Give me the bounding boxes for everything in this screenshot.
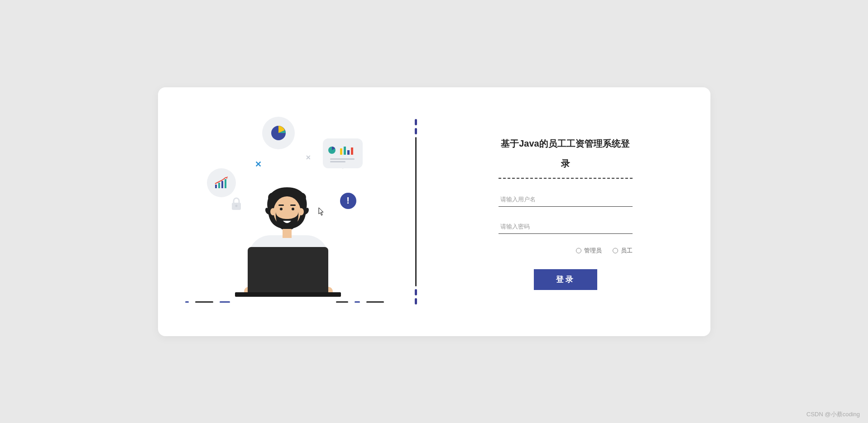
radio-icon xyxy=(613,248,618,253)
login-card: ! ✕ ✕ xyxy=(158,87,710,336)
svg-rect-8 xyxy=(347,150,350,155)
laptop-icon xyxy=(248,247,328,294)
svg-rect-1 xyxy=(215,185,217,188)
developer-illustration: ! ✕ ✕ xyxy=(181,117,389,307)
role-radio-employee[interactable]: 员工 xyxy=(613,247,633,255)
svg-rect-11 xyxy=(330,161,345,162)
svg-rect-9 xyxy=(351,147,353,155)
svg-point-19 xyxy=(280,208,283,210)
role-radio-admin-label: 管理员 xyxy=(584,247,602,255)
form-title: 基于Java的员工工资管理系统登录 xyxy=(499,133,633,179)
svg-rect-2 xyxy=(218,183,220,188)
report-bubble-icon xyxy=(323,138,363,168)
illustration-panel: ! ✕ ✕ xyxy=(158,87,412,336)
role-radio-admin[interactable]: 管理员 xyxy=(576,247,602,255)
x-icon: ✕ xyxy=(306,154,311,161)
lock-icon xyxy=(230,197,242,211)
radio-icon xyxy=(576,248,581,253)
baseline-decoration xyxy=(185,301,384,303)
svg-point-15 xyxy=(270,208,276,215)
login-form-panel: 基于Java的员工工资管理系统登录 管理员 员工 登录 xyxy=(421,87,710,336)
role-radio-employee-label: 员工 xyxy=(621,247,633,255)
role-radios: 管理员 员工 xyxy=(499,247,633,255)
svg-marker-5 xyxy=(226,176,228,179)
svg-rect-3 xyxy=(221,181,223,188)
growth-chart-icon xyxy=(207,168,236,197)
username-input[interactable] xyxy=(499,192,633,207)
svg-point-20 xyxy=(292,208,294,210)
login-form: 基于Java的员工工资管理系统登录 管理员 员工 登录 xyxy=(499,133,633,290)
pie-chart-icon xyxy=(262,117,295,149)
password-row xyxy=(499,219,633,234)
username-row xyxy=(499,192,633,207)
svg-rect-4 xyxy=(225,179,226,188)
watermark-text: CSDN @小蔡coding xyxy=(806,410,860,418)
svg-rect-10 xyxy=(330,158,355,160)
vertical-divider xyxy=(412,87,421,336)
svg-point-13 xyxy=(235,204,237,207)
svg-rect-17 xyxy=(278,204,284,206)
svg-rect-7 xyxy=(344,147,346,155)
x-icon: ✕ xyxy=(255,159,262,169)
alert-icon: ! xyxy=(340,193,356,209)
laptop-base xyxy=(235,292,341,297)
login-button[interactable]: 登录 xyxy=(534,269,597,290)
svg-rect-6 xyxy=(340,148,342,155)
svg-rect-21 xyxy=(283,229,292,238)
svg-rect-18 xyxy=(290,204,296,206)
password-input[interactable] xyxy=(499,219,633,234)
svg-point-16 xyxy=(298,208,304,215)
person-head xyxy=(262,185,312,243)
